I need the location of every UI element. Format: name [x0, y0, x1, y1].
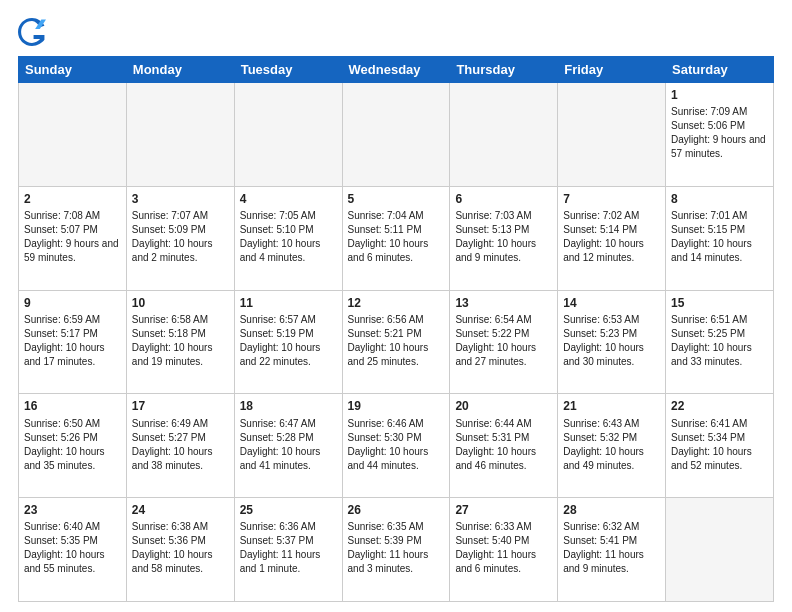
day-info: Sunrise: 6:49 AMSunset: 5:27 PMDaylight:…: [132, 417, 229, 473]
day-number: 26: [348, 502, 445, 518]
day-number: 8: [671, 191, 768, 207]
weekday-header-saturday: Saturday: [666, 57, 774, 83]
weekday-header-row: SundayMondayTuesdayWednesdayThursdayFrid…: [19, 57, 774, 83]
week-row-5: 23Sunrise: 6:40 AMSunset: 5:35 PMDayligh…: [19, 498, 774, 602]
day-number: 15: [671, 295, 768, 311]
day-number: 7: [563, 191, 660, 207]
day-info: Sunrise: 6:47 AMSunset: 5:28 PMDaylight:…: [240, 417, 337, 473]
day-info: Sunrise: 6:41 AMSunset: 5:34 PMDaylight:…: [671, 417, 768, 473]
calendar-cell: 9Sunrise: 6:59 AMSunset: 5:17 PMDaylight…: [19, 290, 127, 394]
calendar-cell: 27Sunrise: 6:33 AMSunset: 5:40 PMDayligh…: [450, 498, 558, 602]
day-number: 28: [563, 502, 660, 518]
calendar-cell: 18Sunrise: 6:47 AMSunset: 5:28 PMDayligh…: [234, 394, 342, 498]
weekday-header-monday: Monday: [126, 57, 234, 83]
calendar-cell: 5Sunrise: 7:04 AMSunset: 5:11 PMDaylight…: [342, 186, 450, 290]
day-number: 13: [455, 295, 552, 311]
day-info: Sunrise: 6:46 AMSunset: 5:30 PMDaylight:…: [348, 417, 445, 473]
day-number: 6: [455, 191, 552, 207]
day-number: 16: [24, 398, 121, 414]
day-number: 22: [671, 398, 768, 414]
day-info: Sunrise: 6:32 AMSunset: 5:41 PMDaylight:…: [563, 520, 660, 576]
calendar-cell: [19, 83, 127, 187]
page: SundayMondayTuesdayWednesdayThursdayFrid…: [0, 0, 792, 612]
weekday-header-thursday: Thursday: [450, 57, 558, 83]
day-number: 3: [132, 191, 229, 207]
day-info: Sunrise: 7:03 AMSunset: 5:13 PMDaylight:…: [455, 209, 552, 265]
day-number: 14: [563, 295, 660, 311]
calendar-cell: 26Sunrise: 6:35 AMSunset: 5:39 PMDayligh…: [342, 498, 450, 602]
calendar-cell: 28Sunrise: 6:32 AMSunset: 5:41 PMDayligh…: [558, 498, 666, 602]
logo: [18, 18, 50, 46]
day-number: 25: [240, 502, 337, 518]
day-info: Sunrise: 6:58 AMSunset: 5:18 PMDaylight:…: [132, 313, 229, 369]
day-info: Sunrise: 6:51 AMSunset: 5:25 PMDaylight:…: [671, 313, 768, 369]
day-info: Sunrise: 7:08 AMSunset: 5:07 PMDaylight:…: [24, 209, 121, 265]
calendar-cell: 2Sunrise: 7:08 AMSunset: 5:07 PMDaylight…: [19, 186, 127, 290]
week-row-2: 2Sunrise: 7:08 AMSunset: 5:07 PMDaylight…: [19, 186, 774, 290]
day-info: Sunrise: 6:50 AMSunset: 5:26 PMDaylight:…: [24, 417, 121, 473]
calendar-cell: 17Sunrise: 6:49 AMSunset: 5:27 PMDayligh…: [126, 394, 234, 498]
calendar-cell: [234, 83, 342, 187]
day-number: 18: [240, 398, 337, 414]
calendar-cell: [126, 83, 234, 187]
day-number: 24: [132, 502, 229, 518]
day-info: Sunrise: 6:54 AMSunset: 5:22 PMDaylight:…: [455, 313, 552, 369]
day-number: 11: [240, 295, 337, 311]
calendar-cell: 19Sunrise: 6:46 AMSunset: 5:30 PMDayligh…: [342, 394, 450, 498]
day-info: Sunrise: 7:09 AMSunset: 5:06 PMDaylight:…: [671, 105, 768, 161]
day-info: Sunrise: 6:36 AMSunset: 5:37 PMDaylight:…: [240, 520, 337, 576]
calendar-cell: 4Sunrise: 7:05 AMSunset: 5:10 PMDaylight…: [234, 186, 342, 290]
calendar-cell: 21Sunrise: 6:43 AMSunset: 5:32 PMDayligh…: [558, 394, 666, 498]
logo-icon: [18, 18, 46, 46]
day-info: Sunrise: 6:40 AMSunset: 5:35 PMDaylight:…: [24, 520, 121, 576]
day-number: 2: [24, 191, 121, 207]
calendar-cell: 16Sunrise: 6:50 AMSunset: 5:26 PMDayligh…: [19, 394, 127, 498]
calendar-cell: 22Sunrise: 6:41 AMSunset: 5:34 PMDayligh…: [666, 394, 774, 498]
day-number: 27: [455, 502, 552, 518]
day-info: Sunrise: 6:38 AMSunset: 5:36 PMDaylight:…: [132, 520, 229, 576]
day-number: 19: [348, 398, 445, 414]
weekday-header-wednesday: Wednesday: [342, 57, 450, 83]
day-info: Sunrise: 7:04 AMSunset: 5:11 PMDaylight:…: [348, 209, 445, 265]
week-row-1: 1Sunrise: 7:09 AMSunset: 5:06 PMDaylight…: [19, 83, 774, 187]
calendar-cell: 11Sunrise: 6:57 AMSunset: 5:19 PMDayligh…: [234, 290, 342, 394]
calendar-cell: 20Sunrise: 6:44 AMSunset: 5:31 PMDayligh…: [450, 394, 558, 498]
day-info: Sunrise: 6:59 AMSunset: 5:17 PMDaylight:…: [24, 313, 121, 369]
day-number: 17: [132, 398, 229, 414]
day-number: 9: [24, 295, 121, 311]
weekday-header-tuesday: Tuesday: [234, 57, 342, 83]
calendar-cell: 3Sunrise: 7:07 AMSunset: 5:09 PMDaylight…: [126, 186, 234, 290]
calendar-cell: [450, 83, 558, 187]
calendar-cell: 8Sunrise: 7:01 AMSunset: 5:15 PMDaylight…: [666, 186, 774, 290]
weekday-header-sunday: Sunday: [19, 57, 127, 83]
day-number: 21: [563, 398, 660, 414]
day-info: Sunrise: 7:07 AMSunset: 5:09 PMDaylight:…: [132, 209, 229, 265]
day-number: 5: [348, 191, 445, 207]
calendar-cell: 12Sunrise: 6:56 AMSunset: 5:21 PMDayligh…: [342, 290, 450, 394]
day-info: Sunrise: 6:35 AMSunset: 5:39 PMDaylight:…: [348, 520, 445, 576]
day-info: Sunrise: 6:43 AMSunset: 5:32 PMDaylight:…: [563, 417, 660, 473]
calendar-cell: 13Sunrise: 6:54 AMSunset: 5:22 PMDayligh…: [450, 290, 558, 394]
week-row-4: 16Sunrise: 6:50 AMSunset: 5:26 PMDayligh…: [19, 394, 774, 498]
calendar-table: SundayMondayTuesdayWednesdayThursdayFrid…: [18, 56, 774, 602]
day-info: Sunrise: 6:57 AMSunset: 5:19 PMDaylight:…: [240, 313, 337, 369]
calendar-cell: 7Sunrise: 7:02 AMSunset: 5:14 PMDaylight…: [558, 186, 666, 290]
week-row-3: 9Sunrise: 6:59 AMSunset: 5:17 PMDaylight…: [19, 290, 774, 394]
calendar-cell: 23Sunrise: 6:40 AMSunset: 5:35 PMDayligh…: [19, 498, 127, 602]
calendar-cell: 14Sunrise: 6:53 AMSunset: 5:23 PMDayligh…: [558, 290, 666, 394]
calendar-cell: [342, 83, 450, 187]
day-info: Sunrise: 6:33 AMSunset: 5:40 PMDaylight:…: [455, 520, 552, 576]
day-number: 10: [132, 295, 229, 311]
day-number: 12: [348, 295, 445, 311]
day-number: 4: [240, 191, 337, 207]
calendar-cell: 25Sunrise: 6:36 AMSunset: 5:37 PMDayligh…: [234, 498, 342, 602]
day-info: Sunrise: 7:01 AMSunset: 5:15 PMDaylight:…: [671, 209, 768, 265]
day-info: Sunrise: 7:05 AMSunset: 5:10 PMDaylight:…: [240, 209, 337, 265]
calendar-cell: [558, 83, 666, 187]
calendar-cell: 24Sunrise: 6:38 AMSunset: 5:36 PMDayligh…: [126, 498, 234, 602]
header: [18, 18, 774, 46]
calendar-cell: 15Sunrise: 6:51 AMSunset: 5:25 PMDayligh…: [666, 290, 774, 394]
day-number: 1: [671, 87, 768, 103]
day-number: 23: [24, 502, 121, 518]
day-info: Sunrise: 6:56 AMSunset: 5:21 PMDaylight:…: [348, 313, 445, 369]
